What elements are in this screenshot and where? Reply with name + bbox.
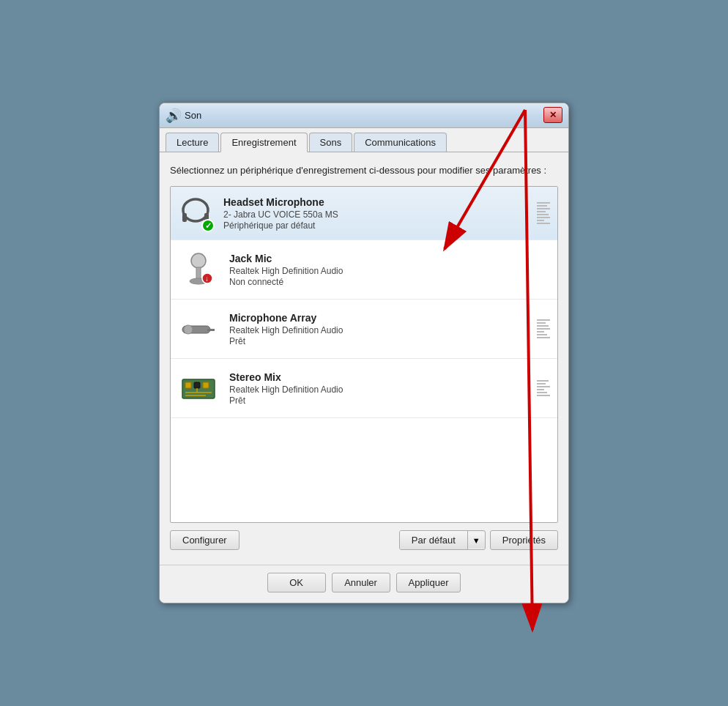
svg-rect-14: [185, 382, 191, 388]
annuler-button[interactable]: Annuler: [332, 573, 390, 592]
headset-driver: 2- Jabra UC VOICE 550a MS: [223, 209, 551, 220]
sbar1: [537, 380, 549, 382]
stereo-info: Stereo Mix Realtek High Definition Audio…: [229, 371, 551, 406]
bar1: [537, 202, 550, 204]
configurer-button[interactable]: Configurer: [170, 530, 239, 550]
jack-icon: ↓: [177, 248, 220, 291]
sbar6: [537, 395, 550, 396]
sbar2: [537, 383, 546, 384]
sbar5: [537, 392, 547, 393]
proprietes-button[interactable]: Propriétés: [490, 530, 558, 550]
sbar3: [537, 386, 550, 387]
device-item-headset[interactable]: ✓ Headset Microphone 2- Jabra UC VOICE 5…: [171, 187, 557, 240]
bar7: [537, 220, 544, 221]
footer: OK Annuler Appliquer: [160, 565, 568, 603]
array-level-bars: [537, 319, 550, 338]
bar8: [537, 223, 550, 224]
device-item-jack[interactable]: ↓ Jack Mic Realtek High Definition Audio…: [171, 240, 557, 300]
headset-info: Headset Microphone 2- Jabra UC VOICE 550…: [223, 196, 551, 231]
headset-icon: ✓: [177, 194, 215, 232]
bar6: [537, 217, 550, 218]
svg-point-5: [191, 253, 206, 268]
mic-icon: [177, 307, 220, 351]
ok-button[interactable]: OK: [267, 573, 326, 592]
tab-enregistrement[interactable]: Enregistrement: [220, 133, 307, 152]
abar7: [537, 337, 550, 338]
svg-rect-11: [207, 329, 215, 331]
bar4: [537, 211, 546, 212]
circuit-icon: [177, 366, 220, 410]
tab-content: Sélectionnez un périphérique d'enregistr…: [160, 152, 568, 565]
jack-info: Jack Mic Realtek High Definition Audio N…: [229, 253, 551, 287]
svg-point-12: [184, 325, 193, 334]
par-defaut-button[interactable]: Par défaut: [400, 531, 468, 549]
sound-icon: 🔊: [166, 108, 180, 122]
headset-status: Périphérique par défaut: [223, 220, 551, 231]
abar6: [537, 334, 547, 335]
window-title: Son: [185, 110, 543, 121]
jack-status: Non connecté: [229, 277, 551, 287]
device-item-stereo[interactable]: Stereo Mix Realtek High Definition Audio…: [171, 359, 557, 418]
tab-lecture[interactable]: Lecture: [166, 133, 219, 152]
svg-point-0: [183, 199, 208, 221]
array-name: Microphone Array: [229, 312, 551, 324]
close-button[interactable]: ✕: [543, 107, 562, 123]
array-status: Prêt: [229, 336, 551, 346]
headset-level-bars: [537, 202, 550, 224]
tab-communications[interactable]: Communications: [354, 133, 447, 152]
bottom-buttons: Configurer Par défaut ▼ Propriétés: [170, 523, 558, 554]
array-info: Microphone Array Realtek High Definition…: [229, 312, 551, 346]
svg-rect-16: [203, 382, 209, 388]
sbar4: [537, 389, 544, 390]
stereo-level-bars: [537, 380, 550, 396]
array-driver: Realtek High Definition Audio: [229, 325, 551, 335]
abar3: [537, 325, 549, 327]
titlebar: 🔊 Son ✕: [160, 103, 568, 128]
sound-dialog: 🔊 Son ✕ Lecture Enregistrement Sons Comm…: [159, 103, 569, 603]
tab-bar: Lecture Enregistrement Sons Communicatio…: [160, 128, 568, 152]
bar5: [537, 214, 549, 215]
stereo-driver: Realtek High Definition Audio: [229, 384, 551, 395]
par-defaut-dropdown[interactable]: ▼: [468, 532, 485, 549]
bar3: [537, 208, 550, 209]
default-button-container: Par défaut ▼: [399, 530, 486, 550]
abar5: [537, 331, 544, 332]
svg-rect-15: [194, 382, 200, 388]
jack-driver: Realtek High Definition Audio: [229, 266, 551, 276]
abar1: [537, 319, 550, 321]
device-list: ✓ Headset Microphone 2- Jabra UC VOICE 5…: [170, 186, 558, 523]
abar4: [537, 328, 550, 330]
stereo-status: Prêt: [229, 395, 551, 406]
appliquer-button[interactable]: Appliquer: [396, 573, 461, 592]
abar2: [537, 322, 546, 324]
stereo-name: Stereo Mix: [229, 371, 551, 383]
device-item-array[interactable]: Microphone Array Realtek High Definition…: [171, 300, 557, 359]
description-text: Sélectionnez un périphérique d'enregistr…: [170, 164, 558, 177]
jack-name: Jack Mic: [229, 253, 551, 264]
svg-text:↓: ↓: [205, 275, 209, 283]
tab-sons[interactable]: Sons: [309, 133, 353, 152]
default-check: ✓: [201, 219, 215, 232]
bar2: [537, 205, 547, 207]
headset-name: Headset Microphone: [223, 196, 551, 208]
